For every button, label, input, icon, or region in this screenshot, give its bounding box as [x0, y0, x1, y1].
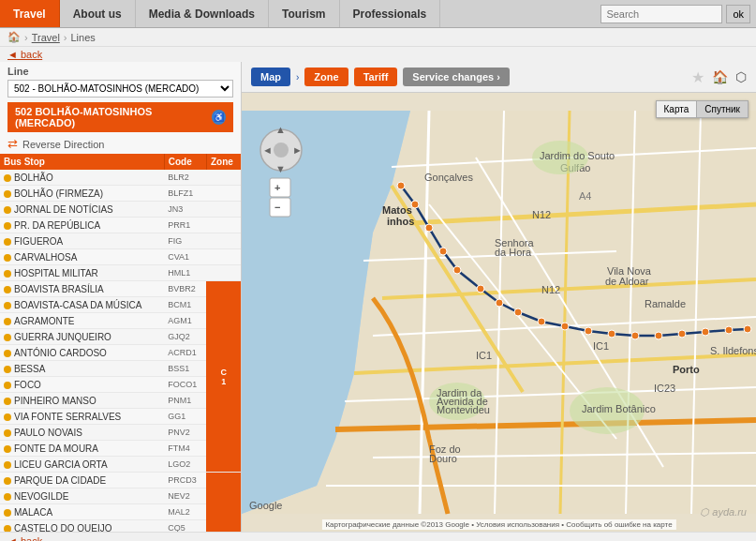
- tab-media[interactable]: Media & Downloads: [136, 0, 269, 27]
- reverse-direction-row[interactable]: ⇄ Reverse Direction: [0, 134, 241, 154]
- stop-dot: [4, 461, 11, 469]
- svg-text:▼: ▼: [275, 163, 286, 174]
- map-btn-zone[interactable]: Zone: [304, 68, 348, 86]
- svg-text:Matos: Matos: [382, 204, 412, 216]
- stop-name: BESSA: [14, 364, 45, 374]
- stop-dot: [4, 302, 11, 309]
- stop-table: Bus Stop Code Zone BOLHÃOBLR2BOLHÃO (FIR…: [0, 154, 241, 532]
- breadcrumb-lines: Lines: [71, 32, 96, 43]
- table-row: FIGUEROAFIG: [0, 233, 241, 249]
- svg-point-25: [453, 266, 461, 274]
- stop-code: FTM4: [164, 441, 206, 457]
- share-icon[interactable]: ⬡: [735, 69, 747, 84]
- map-type-map[interactable]: Карта: [656, 100, 697, 118]
- map-btn-service[interactable]: Service changes ›: [403, 68, 510, 86]
- wheelchair-icon: ♿: [212, 110, 226, 125]
- zone-cell-empty: [206, 265, 241, 281]
- svg-text:Google: Google: [249, 500, 282, 511]
- col-code: Code: [164, 154, 206, 170]
- tab-travel[interactable]: Travel: [0, 0, 60, 27]
- stop-dot: [4, 350, 11, 357]
- reverse-icon: ⇄: [7, 137, 18, 151]
- col-stop: Bus Stop: [0, 154, 164, 170]
- stop-dot: [4, 445, 11, 453]
- stop-code: MAL2: [164, 504, 206, 520]
- search-button[interactable]: ok: [726, 5, 750, 23]
- main-layout: Line 502 - BOLHÃO-MATOSINHOS (MERCADO) 5…: [0, 62, 756, 532]
- table-row: MALACAMAL2: [0, 504, 241, 520]
- svg-text:Jardim Botânico: Jardim Botânico: [582, 403, 656, 414]
- stop-code: FOCO1: [164, 377, 206, 393]
- svg-point-31: [585, 327, 592, 335]
- table-row: PAULO NOVAISPNV2: [0, 425, 241, 441]
- stop-dot: [4, 382, 11, 389]
- stop-code: BSS1: [164, 361, 206, 377]
- table-row: BOAVISTA-CASA DA MÚSICABCM1: [0, 297, 241, 313]
- map-svg: Gonçalves Matos inhos Gulfão A4 Senhora …: [242, 93, 756, 532]
- table-row: FONTE DA MOURAFTM4: [0, 441, 241, 457]
- back-link-top[interactable]: ◄ back: [0, 47, 756, 62]
- stop-dot: [4, 174, 11, 182]
- map-btn-tariff[interactable]: Tariff: [354, 68, 398, 86]
- stop-name: GUERRA JUNQUEIRO: [14, 332, 111, 342]
- tab-about[interactable]: About us: [60, 0, 136, 27]
- table-row: BOLHÃOBLR2: [0, 170, 241, 186]
- svg-point-30: [561, 323, 569, 330]
- stop-code: HML1: [164, 265, 206, 281]
- stop-dot: [4, 493, 11, 501]
- stop-dot: [4, 222, 11, 230]
- table-row: PINHEIRO MANSOPNM1: [0, 393, 241, 409]
- home-map-icon[interactable]: 🏠: [712, 69, 728, 84]
- search-input[interactable]: [600, 5, 722, 23]
- stop-name: FONTE DA MOURA: [14, 443, 98, 454]
- stop-dot: [4, 525, 11, 532]
- stop-name: JORNAL DE NOTÍCIAS: [14, 204, 113, 215]
- svg-text:►: ►: [292, 144, 303, 156]
- svg-text:IC1: IC1: [476, 350, 492, 361]
- table-row: FOCOFOCO1: [0, 377, 241, 393]
- map-container[interactable]: Gonçalves Matos inhos Gulfão A4 Senhora …: [242, 93, 756, 532]
- top-nav: Travel About us Media & Downloads Touris…: [0, 0, 756, 28]
- stop-code: CVA1: [164, 249, 206, 265]
- reverse-label: Reverse Direction: [22, 139, 104, 150]
- svg-text:Ramalde: Ramalde: [645, 298, 686, 309]
- svg-text:Porto: Porto: [673, 364, 700, 375]
- svg-point-22: [411, 201, 419, 208]
- stop-name: VIA FONTE SERRALVES: [14, 412, 121, 422]
- search-area: ok: [595, 0, 756, 27]
- back-link-bottom[interactable]: ◄ back: [0, 532, 756, 541]
- table-row: JORNAL DE NOTÍCIASJN3: [0, 202, 241, 218]
- stop-name: PARQUE DA CIDADE: [14, 475, 106, 486]
- star-icon[interactable]: ★: [691, 68, 704, 86]
- stop-code: PNM1: [164, 393, 206, 409]
- right-panel: Map › Zone Tariff Service changes › ★ 🏠 …: [242, 62, 756, 532]
- home-icon[interactable]: 🏠: [7, 31, 21, 43]
- stop-code: NEV2: [164, 488, 206, 504]
- tab-tourism[interactable]: Tourism: [269, 0, 339, 27]
- zone-cell-empty: [206, 186, 241, 202]
- stop-name: FOCO: [14, 380, 41, 390]
- breadcrumb-travel[interactable]: Travel: [32, 32, 60, 43]
- map-btn-map[interactable]: Map: [251, 68, 290, 86]
- line-select[interactable]: 502 - BOLHÃO-MATOSINHOS (MERCADO): [7, 80, 233, 98]
- stop-dot: [4, 286, 11, 293]
- tab-professionals[interactable]: Professionals: [340, 0, 441, 27]
- stop-name: MALACA: [14, 507, 52, 518]
- breadcrumb: 🏠 › Travel › Lines: [0, 28, 756, 47]
- stop-code: PNV2: [164, 425, 206, 441]
- svg-text:Gonçalves: Gonçalves: [424, 172, 473, 183]
- stop-code: GG1: [164, 409, 206, 425]
- map-type-satellite[interactable]: Спутник: [696, 100, 749, 118]
- stop-code: AGM1: [164, 313, 206, 329]
- svg-point-32: [608, 330, 615, 338]
- table-row: CARVALHOSACVA1: [0, 249, 241, 265]
- line-badge: 502 BOLHÃO-MATOSINHOS (MERCADO) ♿: [7, 102, 233, 132]
- table-row: CASTELO DO QUEIJOCQ5: [0, 520, 241, 533]
- stop-dot: [4, 254, 11, 262]
- svg-text:+: +: [274, 182, 280, 193]
- svg-point-37: [725, 326, 733, 334]
- table-row: LICEU GARCIA ORTALGO2: [0, 457, 241, 473]
- zone-cell-empty: [206, 202, 241, 218]
- table-row: AGRAMONTEAGM1: [0, 313, 241, 329]
- table-row: PR. DA REPÚBLICAPRR1: [0, 218, 241, 233]
